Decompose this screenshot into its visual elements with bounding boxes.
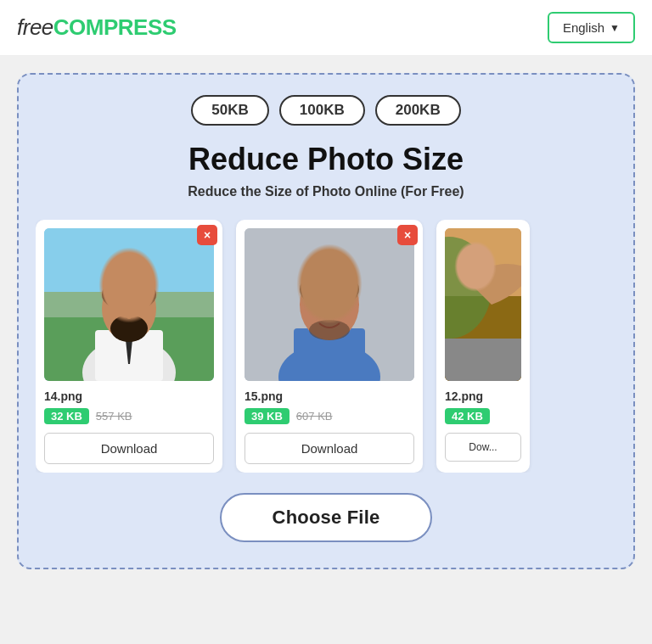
main-content: 50KB 100KB 200KB Reduce Photo Size Reduc… <box>0 56 652 586</box>
choose-file-button[interactable]: Choose File <box>220 493 433 542</box>
language-selector[interactable]: English ▼ <box>548 12 635 43</box>
svg-point-7 <box>102 277 156 311</box>
image-cards-row: × <box>36 220 616 473</box>
svg-point-11 <box>126 312 132 319</box>
close-button-2[interactable]: × <box>397 225 418 245</box>
svg-point-16 <box>300 271 359 308</box>
image-card-2: × <box>236 220 423 473</box>
size-pill-200kb[interactable]: 200KB <box>375 95 461 126</box>
size-pill-50kb[interactable]: 50KB <box>191 95 268 126</box>
svg-rect-2 <box>44 292 214 317</box>
language-label: English <box>563 20 604 35</box>
svg-point-19 <box>336 300 344 307</box>
image-card-3: 12.png 42 KB Dow... <box>436 220 530 473</box>
download-button-1[interactable]: Download <box>44 433 214 464</box>
card-filename-2: 15.png <box>244 389 414 403</box>
close-icon-2: × <box>404 229 411 241</box>
svg-point-9 <box>117 303 124 310</box>
header: freeCOMPRESS English ▼ <box>0 0 652 56</box>
card-filename-1: 14.png <box>44 389 214 403</box>
svg-point-20 <box>326 309 333 317</box>
upload-container: 50KB 100KB 200KB Reduce Photo Size Reduc… <box>17 73 635 569</box>
svg-rect-24 <box>445 339 521 381</box>
chevron-down-icon: ▼ <box>610 22 620 34</box>
card-sizes-1: 32 KB 557 KB <box>44 408 214 424</box>
logo-free: free <box>17 14 53 40</box>
image-card-1: × <box>36 220 222 473</box>
size-new-badge-1: 32 KB <box>44 408 89 424</box>
close-icon-1: × <box>204 229 211 241</box>
close-button-1[interactable]: × <box>197 225 217 245</box>
size-pills-row: 50KB 100KB 200KB <box>36 95 616 126</box>
size-new-badge-2: 39 KB <box>244 408 289 424</box>
size-old-1: 557 KB <box>96 410 132 423</box>
svg-point-10 <box>134 303 141 310</box>
svg-point-18 <box>316 300 323 307</box>
image-preview-2 <box>244 228 414 381</box>
page-title: Reduce Photo Size <box>36 141 616 177</box>
card-sizes-3: 42 KB <box>445 408 521 424</box>
image-preview-3 <box>445 228 521 381</box>
svg-point-17 <box>309 320 350 340</box>
size-new-badge-3: 42 KB <box>445 408 490 424</box>
size-pill-100kb[interactable]: 100KB <box>279 95 365 126</box>
card-sizes-2: 39 KB 607 KB <box>244 408 414 424</box>
logo-compress: COMPRESS <box>53 14 177 40</box>
logo: freeCOMPRESS <box>17 14 177 41</box>
download-button-2[interactable]: Download <box>244 433 414 464</box>
svg-point-8 <box>110 315 148 342</box>
page-subtitle: Reduce the Size of Photo Online (For Fre… <box>36 184 616 199</box>
size-old-2: 607 KB <box>296 410 333 423</box>
choose-file-wrap: Choose File <box>36 493 616 542</box>
download-button-3[interactable]: Dow... <box>445 433 521 462</box>
image-preview-1 <box>44 228 214 381</box>
card-filename-3: 12.png <box>445 389 521 403</box>
